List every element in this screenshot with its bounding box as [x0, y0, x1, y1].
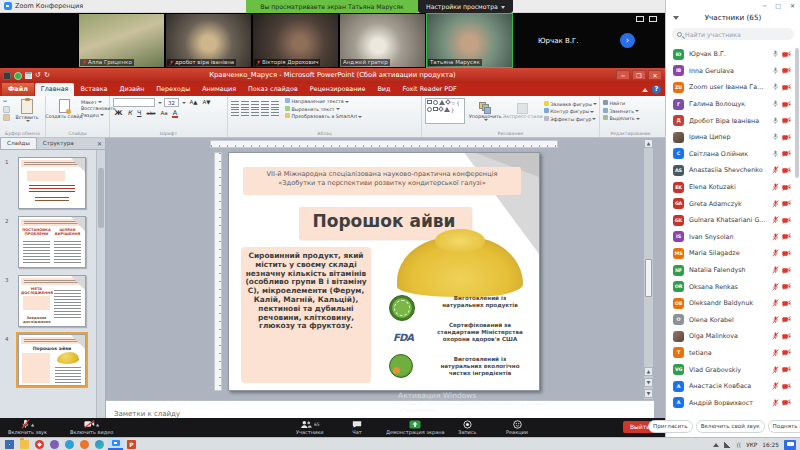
- participant-row[interactable]: ZU Zoom user Іванна Гарбарук: [666, 79, 795, 96]
- scroll-down-icon[interactable]: ▼: [644, 389, 653, 398]
- ribbon-tab[interactable]: Файл: [2, 83, 34, 96]
- participant-row[interactable]: Г Галина Волощук: [666, 96, 795, 113]
- slide-thumbnail-2[interactable]: ПОСТАНОВКА ПРОБЛЕМИ ШЛЯХИ ВИРІШЕННЯ: [18, 216, 86, 268]
- participant-row[interactable]: EK Elena Kotuzaki: [666, 179, 795, 196]
- reactions-button[interactable]: Реакции: [506, 419, 528, 435]
- undo-icon[interactable]: ↺: [35, 72, 41, 79]
- notification-center-icon[interactable]: [784, 440, 796, 450]
- participant-row[interactable]: IB Inna Gerulava: [666, 63, 795, 80]
- ribbon-tab[interactable]: Рецензирование: [304, 83, 372, 96]
- quick-styles-button[interactable]: Экспресс-стили: [506, 103, 540, 119]
- ribbon-tab[interactable]: Foxit Reader PDF: [396, 83, 462, 96]
- video-tile[interactable]: Алла Гриценко: [78, 13, 165, 68]
- participant-row[interactable]: С Світлана Олійник: [666, 146, 795, 163]
- chat-button[interactable]: Чат: [352, 419, 362, 435]
- notes-area[interactable]: Заметки к слайду: [106, 400, 654, 418]
- invite-button[interactable]: Пригласить: [648, 420, 693, 433]
- participant-row[interactable]: Ю Юрчак В.Г.: [666, 46, 795, 63]
- save-icon[interactable]: [25, 72, 32, 79]
- format-painter-icon[interactable]: [3, 114, 10, 121]
- next-videos-arrow-button[interactable]: ›: [620, 33, 635, 48]
- next-slide-icon[interactable]: ▼: [644, 378, 653, 387]
- file-explorer-icon[interactable]: [20, 440, 29, 449]
- shrink-font-icon[interactable]: А▼: [201, 98, 212, 107]
- ribbon-tab[interactable]: Показ слайдов: [242, 83, 304, 96]
- tab-outline[interactable]: Структура: [37, 138, 80, 149]
- indent-increase-icon[interactable]: [261, 101, 269, 108]
- redo-icon[interactable]: ↻: [44, 72, 50, 79]
- align-right-icon[interactable]: [251, 109, 259, 116]
- minimize-icon[interactable]: ─: [763, 2, 767, 9]
- tab-slides[interactable]: Слайды: [0, 137, 37, 149]
- italic-button[interactable]: К: [126, 109, 134, 118]
- font-name-input[interactable]: [113, 98, 155, 107]
- participant-row[interactable]: MS Maria Silagadze: [666, 245, 795, 262]
- strikethrough-button[interactable]: abc: [145, 109, 157, 118]
- participant-row[interactable]: GA Greta Adamczyk: [666, 195, 795, 212]
- font-color-button[interactable]: А: [171, 109, 178, 118]
- paste-button[interactable]: Вставить: [12, 98, 42, 122]
- help-icon[interactable]: ?: [652, 85, 661, 94]
- search-participant-input[interactable]: Найти участника: [672, 28, 794, 40]
- align-center-icon[interactable]: [241, 109, 249, 116]
- raise-hand-button[interactable]: Поднять руку: [768, 420, 800, 433]
- ribbon-tab[interactable]: Анимация: [196, 83, 242, 96]
- indent-decrease-icon[interactable]: [251, 101, 259, 108]
- participant-row[interactable]: GK Gulnara Khatsariani Georgia: [666, 212, 795, 229]
- text-direction-button[interactable]: Направление текста: [285, 98, 362, 104]
- current-slide-canvas[interactable]: VII-й Міжнародна спеціалізована науково-…: [228, 152, 540, 391]
- participant-row[interactable]: Д Дробот Віра Іванівна: [666, 112, 795, 129]
- video-tile[interactable]: Вікторія Дорохович: [252, 13, 339, 68]
- minimize-button[interactable]: ─: [616, 70, 630, 80]
- line-spacing-icon[interactable]: [271, 101, 279, 108]
- ribbon-tab[interactable]: Вид: [371, 83, 396, 96]
- view-settings-dropdown[interactable]: Настройки просмотра: [418, 0, 513, 13]
- share-screen-button[interactable]: Демонстрация экрана: [386, 419, 445, 435]
- zoom-taskbar-icon-active[interactable]: [108, 438, 123, 450]
- shape-effects-button[interactable]: Эффекты фигур: [544, 116, 597, 122]
- smartart-button[interactable]: Преобразовать в SmartArt: [285, 113, 362, 119]
- network-icon[interactable]: [724, 442, 731, 448]
- underline-button[interactable]: Ч: [136, 109, 143, 118]
- speaker-icon[interactable]: ((: [736, 441, 741, 448]
- language-indicator[interactable]: УКР: [746, 442, 757, 448]
- panel-close-icon[interactable]: ✕: [97, 138, 102, 149]
- tray-expand-icon[interactable]: [713, 443, 719, 447]
- slide-thumbnail-4-selected[interactable]: Порошок айви: [18, 334, 86, 386]
- align-text-button[interactable]: Выровнять текст: [285, 106, 362, 112]
- participant-row[interactable]: А Андрій Ворвихвост: [666, 394, 795, 411]
- fullscreen-icon[interactable]: [649, 16, 657, 22]
- ribbon-tab[interactable]: Вставка: [74, 83, 113, 96]
- previous-slide-icon[interactable]: ▲: [644, 367, 653, 376]
- participant-row[interactable]: Olga Malinkova: [666, 328, 795, 345]
- justify-icon[interactable]: [261, 109, 269, 116]
- powerpoint-taskbar-icon[interactable]: P: [127, 440, 136, 449]
- participant-row[interactable]: O Olena Korabel: [666, 312, 795, 329]
- find-button[interactable]: Найти: [603, 100, 659, 106]
- copy-icon[interactable]: [3, 106, 10, 113]
- arrange-button[interactable]: Упорядочить: [469, 102, 502, 121]
- slide-thumbnail-3[interactable]: МЕТА ДОСЛІДЖЕННЯ Завдання дослідження: [18, 275, 86, 327]
- slide-scrollbar[interactable]: ▲ ▲ ▼ ▼: [643, 138, 654, 400]
- replace-button[interactable]: Заменить: [603, 108, 659, 114]
- participant-row[interactable]: OR Oksana Renkas: [666, 278, 795, 295]
- video-tile[interactable]: дробот віра іванівна: [165, 13, 252, 68]
- collapse-ribbon-icon[interactable]: [642, 88, 648, 92]
- participant-row[interactable]: AS Anastasiia Shevchenko: [666, 162, 795, 179]
- thumbnail-scrollbar[interactable]: [96, 150, 105, 418]
- cut-icon[interactable]: ✂: [3, 99, 10, 104]
- participant-row[interactable]: VG Vlad Grabovskiy: [666, 361, 795, 378]
- start-button-icon[interactable]: [5, 440, 14, 449]
- video-tile[interactable]: Анджей гратер: [339, 13, 426, 68]
- shapes-gallery[interactable]: ☆{ }: [425, 98, 465, 124]
- scroll-thumb[interactable]: [645, 259, 652, 297]
- close-icon[interactable]: ✕: [790, 2, 795, 9]
- numbering-icon[interactable]: [241, 101, 249, 108]
- edge-icon[interactable]: [95, 440, 104, 449]
- select-button[interactable]: Выделить: [603, 115, 659, 121]
- start-video-button[interactable]: ▲ Включить видео: [70, 419, 113, 435]
- viber-icon[interactable]: [50, 440, 59, 449]
- unmute-me-button[interactable]: Включить свой звук: [696, 420, 765, 433]
- ribbon-tab[interactable]: Главная: [35, 83, 75, 96]
- browser-icon[interactable]: [80, 440, 89, 449]
